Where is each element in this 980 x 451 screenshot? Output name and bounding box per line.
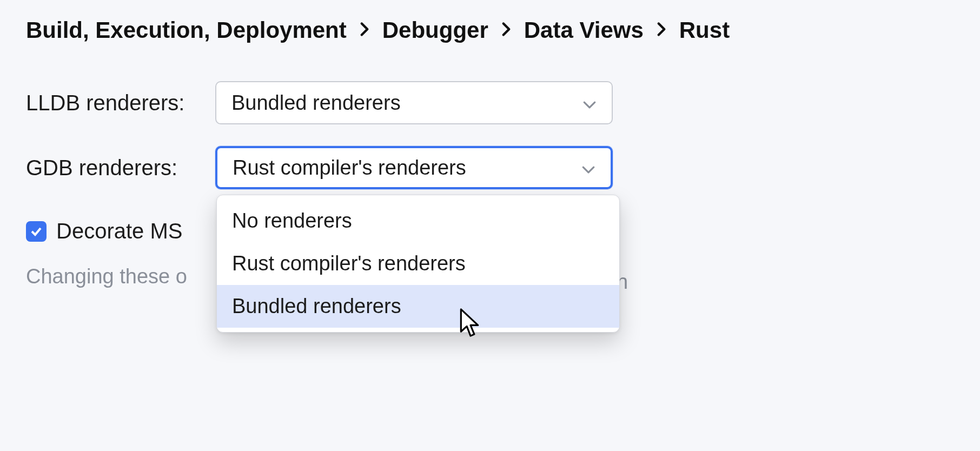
breadcrumb[interactable]: Build, Execution, Deployment Debugger Da…: [26, 17, 954, 43]
chevron-down-icon: [582, 91, 597, 115]
dropdown-option-rust-compilers-renderers[interactable]: Rust compiler's renderers: [217, 242, 619, 285]
chevron-right-icon: [657, 19, 666, 42]
gdb-renderers-label: GDB renderers:: [26, 156, 215, 180]
lldb-renderers-value: Bundled renderers: [231, 91, 401, 115]
breadcrumb-item[interactable]: Build, Execution, Deployment: [26, 17, 347, 43]
dropdown-option-bundled-renderers[interactable]: Bundled renderers: [217, 285, 619, 328]
decorate-checkbox-label: Decorate MS: [56, 219, 182, 243]
chevron-right-icon: [501, 19, 511, 42]
chevron-right-icon: [360, 19, 369, 42]
decorate-checkbox[interactable]: [26, 221, 47, 242]
breadcrumb-item[interactable]: Debugger: [382, 17, 488, 43]
lldb-renderers-row: LLDB renderers: Bundled renderers: [26, 81, 954, 124]
gdb-renderers-value: Rust compiler's renderers: [233, 156, 466, 180]
lldb-renderers-label: LLDB renderers:: [26, 91, 215, 115]
gdb-renderers-row: GDB renderers: Rust compiler's renderers: [26, 146, 954, 189]
lldb-renderers-select[interactable]: Bundled renderers: [215, 81, 613, 124]
gdb-renderers-dropdown[interactable]: No renderers Rust compiler's renderers B…: [216, 195, 620, 333]
breadcrumb-item[interactable]: Rust: [679, 17, 730, 43]
gdb-renderers-select[interactable]: Rust compiler's renderers: [215, 146, 613, 189]
chevron-down-icon: [581, 156, 595, 180]
breadcrumb-item[interactable]: Data Views: [524, 17, 644, 43]
dropdown-option-no-renderers[interactable]: No renderers: [217, 200, 619, 242]
